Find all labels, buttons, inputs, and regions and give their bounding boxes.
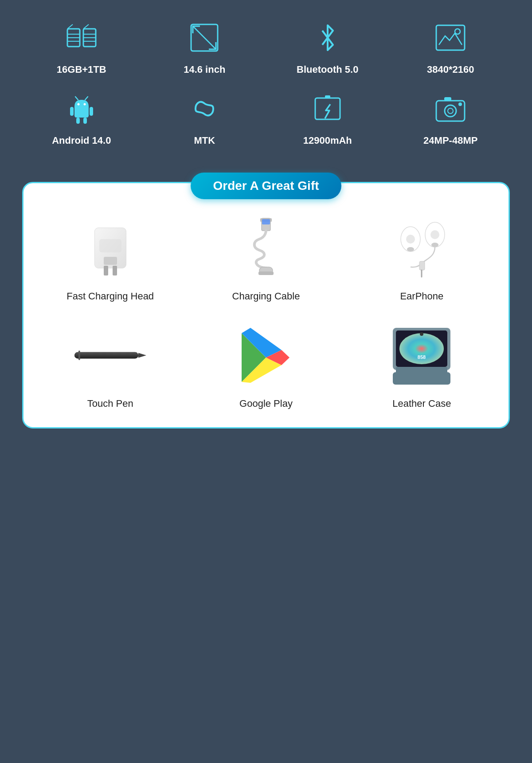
svg-point-45: [407, 247, 414, 252]
svg-point-14: [77, 103, 79, 106]
svg-rect-49: [74, 352, 138, 358]
svg-point-42: [431, 243, 438, 247]
gift-google-play: Google Play: [192, 320, 339, 409]
gift-leather-case-label: Leather Case: [392, 398, 451, 409]
camera-icon: [430, 89, 470, 129]
charging-cable-image: [226, 212, 306, 283]
spec-battery: 12900mAh: [268, 89, 387, 146]
svg-marker-50: [138, 353, 146, 358]
svg-point-44: [406, 235, 415, 244]
spec-camera-label: 24MP-48MP: [423, 135, 477, 146]
spec-bluetooth: Bluetooth 5.0: [268, 18, 387, 75]
svg-rect-33: [113, 266, 117, 275]
spec-mtk-label: MTK: [194, 135, 215, 146]
svg-rect-18: [70, 107, 74, 116]
gift-leather-case: 858 Leather Case: [348, 320, 495, 409]
earphone-image: [382, 212, 462, 283]
gift-title-wrap: Order A Great Gift: [37, 173, 495, 199]
spec-size-label: 14.6 inch: [184, 64, 225, 75]
gift-title: Order A Great Gift: [191, 173, 341, 199]
leather-case-image: 858: [382, 320, 462, 391]
gift-grid: Fast Charging Head Charging Cable: [37, 212, 495, 409]
svg-rect-21: [83, 118, 87, 124]
svg-line-17: [85, 97, 88, 100]
svg-rect-23: [325, 95, 330, 98]
svg-point-15: [83, 103, 86, 106]
touch-pen-image: [70, 320, 150, 391]
spec-mtk: MTK: [145, 89, 264, 146]
spec-resolution-label: 3840*2160: [427, 64, 474, 75]
svg-rect-20: [76, 118, 80, 124]
spec-storage-label: 16GB+1TB: [57, 64, 106, 75]
gift-touch-pen: Touch Pen: [37, 320, 184, 409]
specs-grid: 16GB+1TB 14.6 inch Bluetooth 5.0: [22, 18, 510, 146]
gift-charging-head-label: Fast Charging Head: [66, 291, 154, 302]
svg-rect-19: [90, 107, 93, 116]
svg-line-11: [193, 26, 216, 49]
spec-camera: 24MP-48MP: [391, 89, 510, 146]
gift-section: Order A Great Gift: [22, 182, 510, 429]
svg-rect-51: [78, 350, 80, 360]
charging-head-image: [70, 212, 150, 283]
gift-charging-cable: Charging Cable: [192, 212, 339, 302]
svg-rect-12: [436, 25, 465, 50]
svg-rect-34: [99, 239, 121, 252]
svg-point-26: [448, 108, 453, 114]
gift-charging-head: Fast Charging Head: [37, 212, 184, 302]
gift-earphone: EarPhone: [348, 212, 495, 302]
google-play-image: [226, 320, 306, 391]
memory-icon: [62, 18, 102, 58]
bluetooth-icon: [308, 18, 348, 58]
svg-rect-27: [444, 97, 451, 101]
spec-resolution: 3840*2160: [391, 18, 510, 75]
svg-rect-38: [258, 271, 274, 275]
svg-point-28: [458, 102, 462, 106]
size-icon: [184, 18, 224, 58]
gift-google-play-label: Google Play: [239, 398, 293, 409]
svg-point-25: [445, 105, 456, 117]
spec-android: Android 14.0: [22, 89, 141, 146]
svg-line-16: [75, 97, 78, 100]
battery-icon: [308, 89, 348, 129]
spec-storage: 16GB+1TB: [22, 18, 141, 75]
gift-earphone-label: EarPhone: [400, 291, 443, 302]
svg-rect-58: [393, 372, 450, 385]
gift-touch-pen-label: Touch Pen: [87, 398, 133, 409]
spec-battery-label: 12900mAh: [303, 135, 352, 146]
spec-bluetooth-label: Bluetooth 5.0: [297, 64, 358, 75]
resolution-icon: [430, 18, 470, 58]
svg-rect-31: [104, 257, 117, 265]
svg-point-41: [430, 230, 439, 239]
svg-text:858: 858: [418, 354, 426, 360]
gift-charging-cable-label: Charging Cable: [232, 291, 300, 302]
spec-size: 14.6 inch: [145, 18, 264, 75]
android-icon: [62, 89, 102, 129]
svg-rect-46: [419, 261, 425, 270]
svg-rect-39: [262, 219, 270, 224]
svg-point-55: [420, 332, 423, 336]
spec-android-label: Android 14.0: [52, 135, 111, 146]
mtk-icon: [184, 89, 224, 129]
svg-point-13: [455, 29, 460, 34]
svg-rect-32: [104, 266, 108, 275]
